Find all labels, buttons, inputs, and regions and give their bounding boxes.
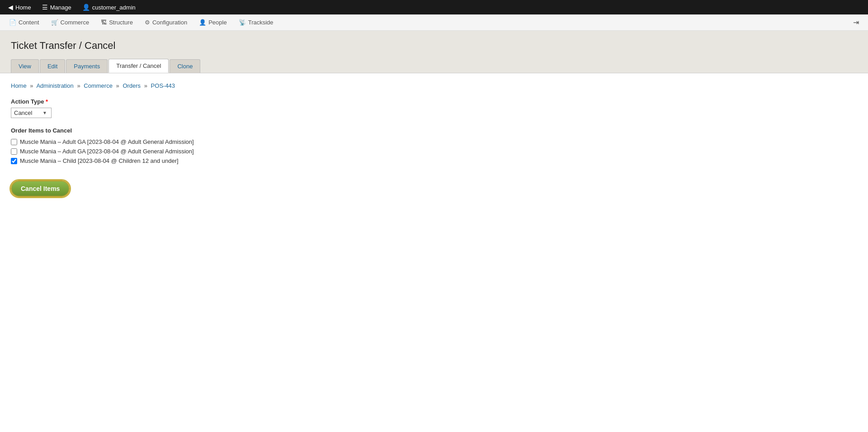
nav-content[interactable]: 📄 Content bbox=[4, 14, 45, 30]
second-bar: 📄 Content 🛒 Commerce 🏗 Structure ⚙ Confi… bbox=[0, 14, 868, 31]
page-header: Ticket Transfer / Cancel View Edit Payme… bbox=[0, 31, 868, 73]
order-items-section: Order Items to Cancel Muscle Mania – Adu… bbox=[11, 127, 857, 164]
action-type-section: Action Type * Cancel Transfer ▼ bbox=[11, 98, 857, 118]
people-label: People bbox=[208, 19, 226, 26]
action-type-select[interactable]: Cancel Transfer bbox=[11, 108, 52, 118]
tab-view[interactable]: View bbox=[11, 59, 39, 73]
tab-payments[interactable]: Payments bbox=[66, 59, 108, 73]
order-item-2: Muscle Mania – Adult GA [2023-08-04 @ Ad… bbox=[11, 148, 857, 155]
top-bar: ◀ Home ☰ Manage 👤 customer_admin bbox=[0, 0, 868, 14]
manage-nav-item[interactable]: ☰ Manage bbox=[38, 0, 76, 14]
cancel-items-button[interactable]: Cancel Items bbox=[11, 180, 70, 197]
people-icon: 👤 bbox=[199, 19, 206, 26]
commerce-icon: 🛒 bbox=[51, 19, 58, 26]
action-type-wrapper: Cancel Transfer ▼ bbox=[11, 108, 47, 118]
home-label: Home bbox=[15, 4, 31, 11]
page-title: Ticket Transfer / Cancel bbox=[11, 40, 857, 52]
user-label: customer_admin bbox=[92, 4, 136, 11]
action-type-label: Action Type * bbox=[11, 98, 857, 105]
nav-structure[interactable]: 🏗 Structure bbox=[95, 14, 138, 30]
manage-label: Manage bbox=[50, 4, 71, 11]
order-item-1-label: Muscle Mania – Adult GA [2023-08-04 @ Ad… bbox=[20, 138, 194, 145]
breadcrumb-commerce[interactable]: Commerce bbox=[84, 82, 113, 89]
checkbox-item-1[interactable] bbox=[11, 139, 17, 145]
structure-icon: 🏗 bbox=[101, 19, 107, 26]
content-label: Content bbox=[19, 19, 39, 26]
breadcrumb-pos443[interactable]: POS-443 bbox=[151, 82, 175, 89]
order-items-label: Order Items to Cancel bbox=[11, 127, 857, 134]
order-item-3: Muscle Mania – Child [2023-08-04 @ Child… bbox=[11, 157, 857, 164]
nav-trackside[interactable]: 📡 Trackside bbox=[233, 14, 279, 30]
main-content: Home » Administration » Commerce » Order… bbox=[0, 73, 868, 206]
tab-transfer-cancel[interactable]: Transfer / Cancel bbox=[108, 59, 169, 73]
nav-people[interactable]: 👤 People bbox=[193, 14, 232, 30]
trackside-icon: 📡 bbox=[239, 19, 246, 26]
trackside-label: Trackside bbox=[248, 19, 274, 26]
checkbox-item-3[interactable] bbox=[11, 158, 17, 164]
content-icon: 📄 bbox=[9, 19, 16, 26]
structure-label: Structure bbox=[109, 19, 133, 26]
breadcrumb-orders[interactable]: Orders bbox=[123, 82, 141, 89]
breadcrumb: Home » Administration » Commerce » Order… bbox=[11, 82, 857, 89]
manage-icon: ☰ bbox=[42, 4, 48, 11]
configuration-icon: ⚙ bbox=[145, 19, 150, 26]
commerce-label: Commerce bbox=[61, 19, 90, 26]
configuration-label: Configuration bbox=[152, 19, 187, 26]
order-item-3-label: Muscle Mania – Child [2023-08-04 @ Child… bbox=[20, 157, 179, 164]
order-item-1: Muscle Mania – Adult GA [2023-08-04 @ Ad… bbox=[11, 138, 857, 145]
collapse-button[interactable]: ⇥ bbox=[848, 18, 864, 27]
breadcrumb-administration[interactable]: Administration bbox=[36, 82, 73, 89]
user-icon: 👤 bbox=[82, 4, 90, 11]
required-star: * bbox=[46, 98, 48, 105]
user-nav-item[interactable]: 👤 customer_admin bbox=[78, 0, 140, 14]
tab-bar: View Edit Payments Transfer / Cancel Clo… bbox=[11, 59, 857, 73]
breadcrumb-home[interactable]: Home bbox=[11, 82, 27, 89]
nav-configuration[interactable]: ⚙ Configuration bbox=[139, 14, 193, 30]
home-nav-item[interactable]: ◀ Home bbox=[4, 0, 36, 14]
order-item-2-label: Muscle Mania – Adult GA [2023-08-04 @ Ad… bbox=[20, 148, 194, 155]
home-icon: ◀ bbox=[8, 4, 13, 11]
checkbox-item-2[interactable] bbox=[11, 148, 17, 155]
tab-edit[interactable]: Edit bbox=[40, 59, 65, 73]
tab-clone[interactable]: Clone bbox=[170, 59, 200, 73]
nav-commerce[interactable]: 🛒 Commerce bbox=[46, 14, 95, 30]
